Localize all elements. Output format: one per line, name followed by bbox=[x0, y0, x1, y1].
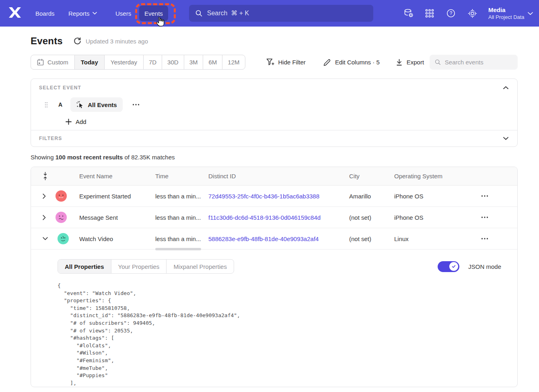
cell-city: (not set) bbox=[349, 235, 394, 242]
filters-section-toggle[interactable]: FILTERS bbox=[31, 130, 517, 146]
horizontal-scrollbar-thumb[interactable] bbox=[155, 248, 201, 250]
nav-item-reports[interactable]: Reports bbox=[68, 10, 97, 17]
cell-time: less than a min... bbox=[155, 193, 208, 200]
collapse-row-button[interactable] bbox=[41, 236, 49, 241]
svg-text:?: ? bbox=[450, 10, 453, 16]
drag-handle-icon[interactable] bbox=[45, 102, 48, 108]
hide-filter-button[interactable]: Hide Filter bbox=[266, 58, 306, 66]
json-mode-toggle[interactable] bbox=[438, 261, 459, 272]
add-event-button[interactable]: Add bbox=[66, 118, 86, 125]
global-search-input[interactable] bbox=[207, 10, 367, 17]
distinct-id-link[interactable]: 5886283e-e9fb-48fb-81de-40e9093a2af4 bbox=[208, 235, 319, 242]
row-actions-button[interactable] bbox=[480, 236, 489, 241]
tab-mixpanel-properties[interactable]: Mixpanel Properties bbox=[167, 260, 234, 273]
date-range-30d[interactable]: 30D bbox=[162, 55, 184, 69]
chevron-right-icon bbox=[43, 215, 46, 220]
data-management-icon[interactable] bbox=[403, 8, 414, 19]
events-search[interactable] bbox=[430, 55, 518, 70]
row-actions-button[interactable] bbox=[480, 215, 489, 220]
more-dots-icon bbox=[132, 104, 140, 105]
cell-os: iPhone OS bbox=[394, 214, 480, 221]
apps-grid-icon[interactable] bbox=[424, 8, 435, 19]
cell-city: Amarillo bbox=[349, 193, 394, 200]
event-more-button[interactable] bbox=[130, 102, 142, 107]
plus-icon bbox=[66, 119, 72, 125]
mixpanel-logo[interactable] bbox=[9, 7, 21, 20]
select-event-label: SELECT EVENT bbox=[39, 85, 81, 91]
event-json-viewer: { "event": "Watch Video", "properties": … bbox=[58, 282, 509, 387]
cell-city: (not set) bbox=[349, 214, 394, 221]
cell-time: less than a min... bbox=[155, 214, 208, 221]
table-header-row: Event Name Time Distinct ID City Operati… bbox=[31, 167, 517, 186]
nav-item-label: Reports bbox=[68, 10, 90, 17]
toggle-knob bbox=[449, 262, 458, 271]
event-selector-chip[interactable]: All Events bbox=[70, 97, 123, 112]
table-row: Message Sent less than a min... f11c30d6… bbox=[31, 207, 517, 228]
tab-your-properties[interactable]: Your Properties bbox=[111, 260, 167, 273]
query-builder-card: SELECT EVENT A bbox=[31, 78, 518, 147]
results-summary: Showing 100 most recent results of 82.35… bbox=[31, 154, 518, 161]
nav-item-label: Events bbox=[144, 10, 163, 17]
global-search[interactable] bbox=[189, 5, 373, 22]
sort-arrows-icon bbox=[43, 172, 48, 180]
top-navbar: Boards Reports Users Events bbox=[0, 0, 539, 27]
expand-collapse-all-button[interactable] bbox=[43, 172, 48, 180]
settings-gear-icon[interactable] bbox=[467, 8, 477, 19]
row-actions-button[interactable] bbox=[480, 194, 489, 198]
cell-event-name: Experiment Started bbox=[79, 193, 155, 200]
mixpanel-logo-icon bbox=[9, 7, 21, 18]
date-range-today[interactable]: Today bbox=[75, 55, 105, 69]
nav-item-events[interactable]: Events bbox=[139, 6, 168, 21]
export-button[interactable]: Export bbox=[396, 59, 424, 66]
project-subtitle: All Project Data bbox=[488, 14, 525, 20]
project-chevron-down-icon[interactable] bbox=[528, 10, 533, 17]
column-header-event-name[interactable]: Event Name bbox=[79, 173, 155, 179]
expand-row-button[interactable] bbox=[41, 192, 47, 200]
date-range-3m[interactable]: 3M bbox=[184, 55, 204, 69]
edit-columns-label: Edit Columns · 5 bbox=[335, 59, 380, 66]
add-button-label: Add bbox=[76, 118, 86, 125]
json-mode-label: JSON mode bbox=[468, 263, 501, 270]
chevron-down-icon bbox=[43, 237, 48, 240]
avatar bbox=[56, 190, 67, 202]
date-range-6m[interactable]: 6M bbox=[203, 55, 222, 69]
nav-item-users[interactable]: Users bbox=[115, 10, 131, 17]
expand-filters-button[interactable] bbox=[502, 136, 509, 141]
column-header-operating-system[interactable]: Operating System bbox=[394, 173, 480, 179]
date-range-segmented-control: Custom Today Yesterday 7D 30D 3M 6M 12M bbox=[31, 55, 245, 70]
check-icon bbox=[451, 264, 456, 269]
column-header-distinct-id[interactable]: Distinct ID bbox=[208, 173, 349, 179]
refresh-button[interactable] bbox=[73, 37, 82, 45]
calendar-icon bbox=[37, 59, 44, 66]
edit-columns-button[interactable]: Edit Columns · 5 bbox=[323, 58, 380, 66]
filters-label: FILTERS bbox=[39, 136, 62, 141]
chevron-down-icon bbox=[503, 137, 508, 140]
column-header-city[interactable]: City bbox=[349, 173, 394, 179]
tab-all-properties[interactable]: All Properties bbox=[58, 260, 111, 273]
date-range-label: Custom bbox=[47, 59, 68, 66]
column-header-time[interactable]: Time bbox=[155, 173, 208, 179]
date-range-7d[interactable]: 7D bbox=[144, 55, 162, 69]
collapse-select-event-button[interactable] bbox=[502, 85, 509, 90]
cell-os: iPhone OS bbox=[394, 193, 480, 200]
event-query-row: A All Events bbox=[39, 97, 509, 112]
refresh-icon bbox=[73, 37, 82, 45]
events-search-input[interactable] bbox=[445, 59, 512, 66]
distinct-id-link[interactable]: f11c30d6-dc6d-4518-9136-0d046159c84d bbox=[208, 214, 321, 221]
nav-item-label: Boards bbox=[35, 10, 55, 17]
date-range-yesterday[interactable]: Yesterday bbox=[105, 55, 144, 69]
page-header: Events Updated 3 minutes ago bbox=[31, 35, 518, 47]
controls-row: Custom Today Yesterday 7D 30D 3M 6M 12M … bbox=[31, 55, 518, 70]
search-icon bbox=[195, 10, 202, 17]
date-range-custom[interactable]: Custom bbox=[31, 55, 75, 69]
events-table-card: Event Name Time Distinct ID City Operati… bbox=[31, 167, 518, 387]
nav-item-boards[interactable]: Boards bbox=[35, 10, 55, 17]
cell-event-name: Watch Video bbox=[79, 235, 155, 242]
download-icon bbox=[396, 59, 403, 66]
date-range-12m[interactable]: 12M bbox=[222, 55, 245, 69]
project-switcher[interactable]: Media All Project Data bbox=[488, 6, 525, 21]
distinct-id-link[interactable]: 72d49553-25fc-4f0c-b436-1b5ac6ab3388 bbox=[208, 193, 319, 200]
funnel-icon bbox=[266, 58, 274, 66]
expand-row-button[interactable] bbox=[41, 214, 47, 221]
help-icon[interactable]: ? bbox=[446, 8, 456, 19]
